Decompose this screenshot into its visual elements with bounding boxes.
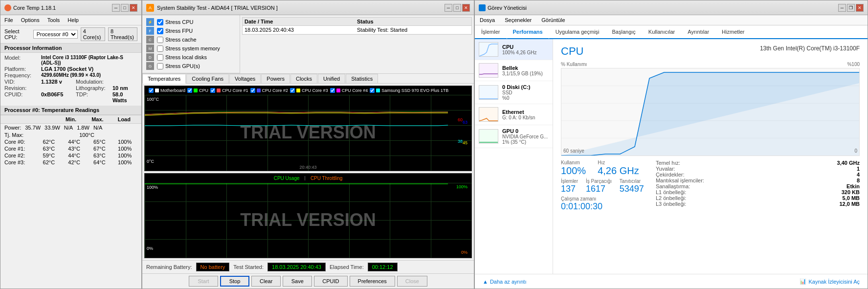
mantiksal-row: Mantıksal işlemciler: 8	[656, 178, 860, 183]
elapsed-label: Elapsed Time:	[330, 264, 364, 270]
cpu-right-details: Temel hız: 3,40 GHz Yuvalar: 1 Çekirdekl…	[656, 160, 860, 212]
stress-fpu-checkbox[interactable]	[157, 28, 163, 34]
processor-info-title: Processor Information	[0, 44, 141, 53]
tab-ayrintilar[interactable]: Ayrıntılar	[681, 25, 715, 38]
chart-axis-labels: % Kullanımı %100	[561, 62, 860, 67]
close-button[interactable]: Close	[397, 276, 427, 287]
coretemp-menubar: File Options Tools Help	[0, 15, 141, 25]
less-details-link[interactable]: ▲ Daha az ayrıntı	[483, 279, 526, 285]
coretemp-close-button[interactable]: ✕	[130, 4, 137, 12]
chart2-val1: 100%	[456, 184, 467, 189]
disk-sidebar-info: 0 Diski (C:) SSD %0	[502, 84, 549, 101]
coretemp-window: Core Temp 1.18.1 ─ □ ✕ File Options Tool…	[0, 0, 142, 289]
stop-button[interactable]: Stop	[220, 276, 249, 287]
legend-core4-checkbox[interactable]	[330, 88, 335, 93]
legend-motherboard-checkbox[interactable]	[149, 88, 154, 93]
sidebar-item-cpu[interactable]: CPU 100% 4,26 GHz	[475, 39, 553, 60]
taskman-footer: ▲ Daha az ayrıntı 📊 Kaynak İzleyicisini …	[475, 274, 868, 289]
tab-islemler[interactable]: İşlemler	[475, 25, 507, 38]
sidebar-item-disk[interactable]: 0 Diski (C:) SSD %0	[475, 81, 553, 104]
stress-cpu-checkbox[interactable]	[157, 19, 163, 25]
test-started-value: 18.03.2025 20:40:43	[267, 263, 326, 271]
sidebar-item-ethernet[interactable]: Ethernet G: 0 A: 0 Kb/sn	[475, 104, 553, 125]
readings-title: Processor #0: Temperature Readings	[0, 106, 141, 115]
aida-maximize-button[interactable]: □	[453, 4, 461, 12]
tab-statistics[interactable]: Statistics	[346, 74, 378, 83]
cpu-select[interactable]: Processor #0	[33, 30, 78, 39]
stress-gpu-checkbox[interactable]	[157, 63, 163, 69]
disk-thumbnail	[479, 85, 498, 100]
preferences-button[interactable]: Preferences	[350, 276, 395, 287]
menu-tools[interactable]: Tools	[44, 16, 64, 24]
stress-gpu-icon: G	[146, 62, 154, 70]
tab-unified[interactable]: Unified	[318, 74, 345, 83]
tab-voltages[interactable]: Voltages	[229, 74, 261, 83]
stress-cpu-row: ⚡ Stress CPU	[146, 18, 236, 26]
taskman-menu-view[interactable]: Görüntüle	[536, 16, 570, 24]
tab-uygulama[interactable]: Uygulama geçmişi	[549, 25, 606, 38]
taskman-icon	[479, 4, 486, 11]
tab-clocks[interactable]: Clocks	[290, 74, 317, 83]
legend-core2-checkbox[interactable]	[250, 88, 255, 93]
stress-gpu-label: Stress GPU(s)	[165, 63, 200, 69]
stress-disks-label: Stress local disks	[165, 54, 207, 60]
stress-gpu-row: G Stress GPU(s)	[146, 62, 236, 70]
taskman-menu-file[interactable]: Dosya	[475, 16, 500, 24]
resource-monitor-link[interactable]: 📊 Kaynak İzleyicisini Aç	[800, 278, 860, 285]
start-button[interactable]: Start	[189, 276, 218, 287]
aida-minimize-button[interactable]: ─	[445, 4, 452, 12]
tab-temperatures[interactable]: Temperatures	[142, 74, 186, 84]
tab-kullanicilar[interactable]: Kullanıcılar	[642, 25, 681, 38]
legend-core4: CPU Core #4	[330, 88, 368, 93]
aida-status-section: Date / Time Status 18.03.2025 20:40:43 S…	[240, 15, 474, 73]
stress-fpu-icon: F	[146, 27, 154, 35]
menu-help[interactable]: Help	[64, 16, 83, 24]
cpu-left-stats: Kullanım 100% Hız 4,26 GHz İşlemler 137	[561, 160, 644, 212]
chart1-val1: 60	[458, 117, 463, 122]
ethernet-sidebar-info: Ethernet G: 0 A: 0 Kb/sn	[502, 109, 549, 120]
taskman-close-button[interactable]: ✕	[856, 4, 864, 12]
sidebar-item-memory[interactable]: Bellek 3,1/15,9 GB (19%)	[475, 60, 553, 81]
tab-baslangic[interactable]: Başlangıç	[606, 25, 642, 38]
legend-core3-checkbox[interactable]	[290, 88, 295, 93]
chart2-title2: CPU Throttling	[311, 176, 342, 181]
taskman-menu-options[interactable]: Seçenekler	[500, 16, 536, 24]
tab-performans[interactable]: Performans	[507, 25, 549, 39]
tab-cooling-fans[interactable]: Cooling Fans	[186, 74, 229, 83]
vid-modulation-row: VID: 1.1328 v Modulation:	[4, 79, 137, 85]
tab-hizmetler[interactable]: Hizmetler	[715, 25, 751, 38]
coretemp-maximize-button[interactable]: □	[121, 4, 129, 12]
stress-fpu-row: F Stress FPU	[146, 27, 236, 35]
cpuid-button[interactable]: CPUID	[314, 276, 347, 287]
legend-core1-checkbox[interactable]	[210, 88, 215, 93]
clear-button[interactable]: Clear	[251, 276, 281, 287]
sidebar-item-gpu[interactable]: GPU 0 NVIDIA GeForce G... 1% (35 °C)	[475, 125, 553, 148]
usage-chart-header: CPU Usage | CPU Throttling	[145, 174, 471, 183]
aida-titlebar: A System Stability Test - AIDA64 [ TRIAL…	[142, 0, 474, 15]
stress-cpu-icon: ⚡	[146, 18, 154, 26]
stress-cache-checkbox[interactable]	[157, 37, 163, 43]
chart-ymin: 0	[854, 148, 857, 154]
chart1-val4: 45	[463, 140, 467, 145]
taskman-minimize-button[interactable]: ─	[838, 4, 846, 12]
legend-cpu-checkbox[interactable]	[187, 88, 192, 93]
legend-cpu-dot	[194, 89, 198, 92]
save-button[interactable]: Save	[283, 276, 312, 287]
status-table-header: Date / Time Status	[243, 18, 471, 26]
stress-disks-checkbox[interactable]	[157, 54, 163, 61]
temp-chart-legend: Motherboard CPU CPU Core #1 CPU Core #2	[145, 86, 471, 95]
monitor-icon: 📊	[800, 278, 806, 285]
test-started-label: Test Started:	[233, 264, 264, 270]
legend-ssd-checkbox[interactable]	[370, 88, 375, 93]
stress-memory-checkbox[interactable]	[157, 45, 163, 52]
coretemp-minimize-button[interactable]: ─	[112, 4, 120, 12]
svg-rect-1	[479, 64, 498, 77]
menu-options[interactable]: Options	[17, 16, 44, 24]
menu-file[interactable]: File	[0, 16, 17, 24]
legend-core1-dot	[217, 89, 221, 92]
memory-mini-chart	[479, 64, 498, 77]
taskman-restore-button[interactable]: ❐	[847, 4, 855, 12]
tab-powers[interactable]: Powers	[261, 74, 290, 83]
aida-close-button[interactable]: ✕	[462, 4, 470, 12]
cpu-sidebar-info: CPU 100% 4,26 GHz	[502, 44, 549, 55]
